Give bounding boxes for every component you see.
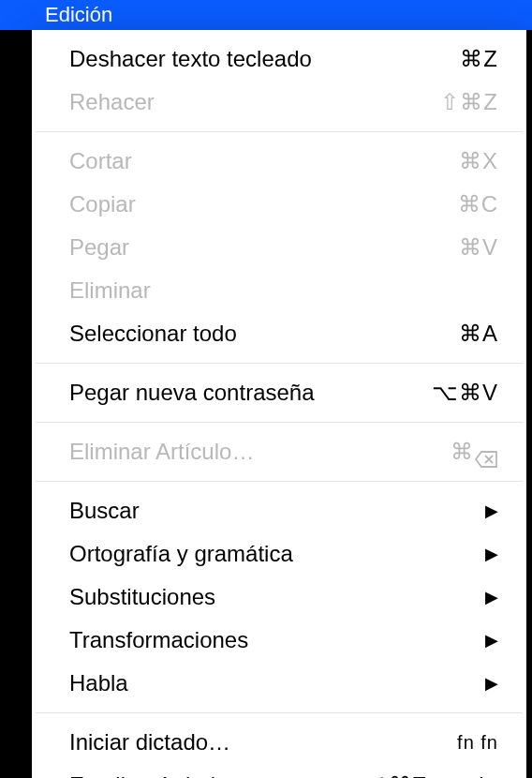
separator xyxy=(36,481,523,482)
submenu-arrow-icon: ▶ xyxy=(485,671,498,696)
menu-item-speech[interactable]: Habla ▶ xyxy=(32,662,526,705)
menu-item-paste: Pegar ⌘V xyxy=(32,226,526,269)
shortcut: ⇧⌘Z xyxy=(440,85,498,119)
menu-item-emoji[interactable]: Emoji y símbolos ^⌘Espacio xyxy=(32,764,526,778)
menu-item-select-all[interactable]: Seleccionar todo ⌘A xyxy=(32,312,526,355)
menu-label: Eliminar xyxy=(69,274,498,307)
menu-label: Seleccionar todo xyxy=(69,317,459,351)
shortcut: ⌘C xyxy=(458,187,498,221)
menu-label: Ortografía y gramática xyxy=(69,537,466,571)
delete-backspace-icon xyxy=(474,444,498,463)
submenu-arrow-icon: ▶ xyxy=(485,499,498,524)
menu-item-paste-password[interactable]: Pegar nueva contraseña ⌥⌘V xyxy=(32,371,526,414)
separator xyxy=(36,363,523,364)
menu-label: Transformaciones xyxy=(69,623,466,657)
menu-item-find[interactable]: Buscar ▶ xyxy=(32,489,526,532)
shortcut: ⌘X xyxy=(459,144,498,178)
menu-item-dictation[interactable]: Iniciar dictado… fn fn xyxy=(32,721,526,764)
edit-menu-dropdown: Deshacer texto tecleado ⌘Z Rehacer ⇧⌘Z C… xyxy=(32,30,526,778)
submenu-arrow-icon: ▶ xyxy=(485,542,498,567)
menu-label: Habla xyxy=(69,666,466,700)
menu-item-substitutions[interactable]: Substituciones ▶ xyxy=(32,576,526,619)
menu-item-spelling[interactable]: Ortografía y gramática ▶ xyxy=(32,532,526,576)
menu-item-cut: Cortar ⌘X xyxy=(32,140,526,183)
menu-label: Buscar xyxy=(69,494,466,528)
menu-label: Deshacer texto tecleado xyxy=(69,42,460,76)
menubar: Edición xyxy=(0,0,532,30)
menu-item-redo: Rehacer ⇧⌘Z xyxy=(32,81,526,124)
menu-label: Pegar xyxy=(69,231,459,264)
menu-label: Pegar nueva contraseña xyxy=(69,376,432,410)
menu-label: Iniciar dictado… xyxy=(69,726,457,759)
shortcut: fn fn xyxy=(457,728,498,756)
menu-item-undo[interactable]: Deshacer texto tecleado ⌘Z xyxy=(32,37,526,81)
menu-label: Emoji y símbolos xyxy=(69,769,377,778)
shortcut: ⌥⌘V xyxy=(432,376,498,410)
menu-label: Copiar xyxy=(69,187,458,221)
menu-label: Rehacer xyxy=(69,85,440,119)
separator xyxy=(36,712,523,713)
menu-label: Cortar xyxy=(69,144,459,178)
submenu-arrow-icon: ▶ xyxy=(485,628,498,653)
shortcut: ⌘Z xyxy=(460,42,498,76)
submenu-arrow-icon: ▶ xyxy=(485,585,498,610)
shortcut: ^⌘Espacio xyxy=(377,769,498,778)
menu-item-transformations[interactable]: Transformaciones ▶ xyxy=(32,619,526,662)
menu-item-delete-article: Eliminar Artículo… ⌘ xyxy=(32,430,526,473)
shortcut: ⌘A xyxy=(459,317,498,351)
menu-label: Substituciones xyxy=(69,580,466,614)
shortcut: ⌘ xyxy=(451,435,498,469)
shortcut: ⌘V xyxy=(459,231,498,264)
menu-item-copy: Copiar ⌘C xyxy=(32,183,526,226)
menu-item-delete: Eliminar xyxy=(32,269,526,312)
menu-title[interactable]: Edición xyxy=(45,3,112,27)
separator xyxy=(36,131,523,132)
menu-label: Eliminar Artículo… xyxy=(69,435,451,469)
separator xyxy=(36,422,523,423)
